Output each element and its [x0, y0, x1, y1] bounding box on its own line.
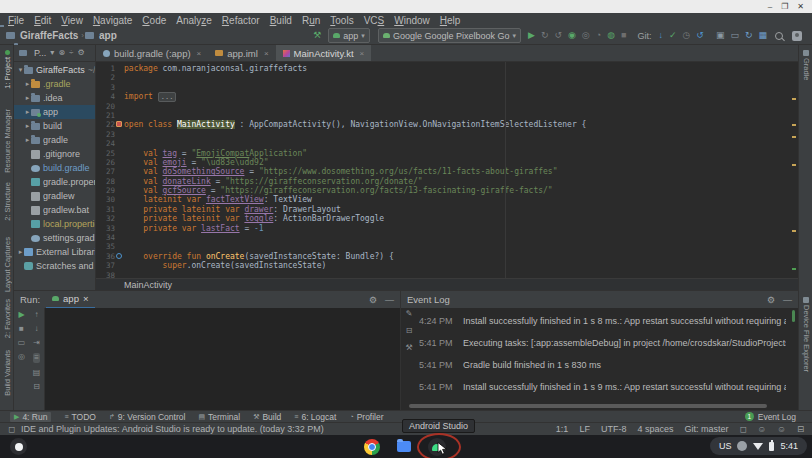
- device-manager-icon[interactable]: ▣: [716, 31, 725, 40]
- editor-breadcrumbs[interactable]: MainActivity: [96, 278, 798, 290]
- close-tab-icon[interactable]: ×: [83, 293, 89, 304]
- event-log-toggle[interactable]: 1 Event Log: [745, 412, 796, 422]
- run-config-select[interactable]: app ▾: [328, 28, 370, 43]
- tree-item-gradle-properties[interactable]: gradle.properties: [14, 175, 95, 189]
- search-icon[interactable]: [775, 32, 783, 40]
- breadcrumb-class[interactable]: MainActivity: [124, 280, 172, 290]
- breadcrumb-project[interactable]: GiraffeFacts: [20, 30, 78, 41]
- status-message[interactable]: IDE and Plugin Updates: Android Studio i…: [21, 424, 324, 434]
- commit-icon[interactable]: ✓: [669, 31, 677, 40]
- toolwindow-tab-build[interactable]: ⚒Build: [253, 412, 281, 422]
- close-tab-icon[interactable]: ×: [197, 49, 202, 58]
- stop-icon[interactable]: ■: [621, 31, 626, 40]
- tree-arrow-icon[interactable]: ▸: [24, 94, 31, 102]
- error-stripe-mark[interactable]: [792, 98, 796, 100]
- profile-app-icon[interactable]: ◍: [607, 31, 615, 40]
- tree-arrow-icon[interactable]: ▸: [24, 136, 31, 144]
- print-icon[interactable]: ▤: [33, 369, 41, 377]
- tab-build-gradle-app-[interactable]: build.gradle (:app)×: [96, 45, 208, 61]
- hide-panel-icon[interactable]: —: [783, 295, 792, 305]
- write-lock-icon[interactable]: ◻: [739, 424, 746, 434]
- minimize-icon[interactable]: –: [768, 3, 772, 11]
- tree-item-settings-gradle[interactable]: settings.gradle: [14, 231, 95, 245]
- tree-item-local-properties[interactable]: local.properties: [14, 217, 95, 231]
- event-log-body[interactable]: ✎⊟⚒ 4:24 PMInstall successfully finished…: [401, 308, 798, 410]
- close-tab-icon[interactable]: ×: [360, 49, 365, 58]
- menu-refactor[interactable]: Refactor: [217, 15, 265, 26]
- settings-edit-icon[interactable]: ✎: [406, 310, 413, 318]
- override-gutter-icon[interactable]: [116, 253, 122, 259]
- menu-help[interactable]: Help: [435, 15, 466, 26]
- tool-favorites[interactable]: 2: Favorites: [0, 299, 14, 338]
- toolwindow-tab-9-version-control[interactable]: ↱9: Version Control: [109, 412, 185, 422]
- status-segment-4[interactable]: Git: master: [684, 424, 728, 434]
- tool-build-variants[interactable]: Build Variants: [0, 350, 14, 396]
- error-stripe-mark[interactable]: [792, 268, 796, 270]
- code-editor[interactable]: 1234202122232425262728293031323334353637…: [96, 62, 798, 278]
- status-segment-2[interactable]: UTF-8: [601, 424, 627, 434]
- tool-gradle[interactable]: Gradle: [799, 50, 812, 81]
- panel-settings-icon[interactable]: ⚙: [767, 295, 775, 305]
- menu-edit[interactable]: Edit: [29, 15, 56, 26]
- feedback-smiley-icon[interactable]: ☺: [758, 424, 767, 434]
- tree-item-gradle[interactable]: ▸gradle: [14, 133, 95, 147]
- profile-avatar-icon[interactable]: [792, 31, 802, 41]
- toolwindow-tab-todo[interactable]: ≡TODO: [64, 412, 96, 422]
- menu-navigate[interactable]: Navigate: [88, 15, 137, 26]
- tree-arrow-icon[interactable]: ▸: [24, 80, 31, 88]
- tree-item--gradle[interactable]: ▸.gradle: [14, 77, 95, 91]
- toolwindow-tab-6-logcat[interactable]: ≡6: Logcat: [294, 412, 336, 422]
- maximize-icon[interactable]: ❐: [781, 3, 788, 11]
- tree-item--gitignore[interactable]: .gitignore: [14, 147, 95, 161]
- profiler-gauge-icon[interactable]: ◔: [596, 31, 601, 40]
- error-stripe-mark[interactable]: [792, 124, 796, 126]
- tree-item-gradlew-bat[interactable]: gradlew.bat: [14, 203, 95, 217]
- project-view-selector[interactable]: P...: [34, 48, 46, 58]
- close-icon[interactable]: ✕: [797, 3, 804, 11]
- debug-icon[interactable]: ◉: [568, 31, 576, 40]
- tree-item-scratches-and-consoles[interactable]: Scratches and Consoles: [14, 259, 95, 273]
- breadcrumb-module[interactable]: app: [99, 30, 117, 41]
- tool-structure[interactable]: 2: Structure: [0, 182, 14, 221]
- run-console[interactable]: ▶■▭◎ ↑↓⇥≡▤⊟: [14, 308, 400, 410]
- menu-run[interactable]: Run: [297, 15, 325, 26]
- error-stripe-mark[interactable]: [792, 164, 796, 166]
- class-gutter-icon[interactable]: [116, 121, 122, 127]
- menu-view[interactable]: View: [56, 15, 88, 26]
- horizontal-scrollbar[interactable]: [409, 404, 767, 408]
- tool-resource-manager[interactable]: Resource Manager: [0, 109, 14, 173]
- tree-item-app[interactable]: ▸app: [14, 105, 95, 119]
- build-hammer-icon[interactable]: ⚒: [313, 31, 321, 40]
- status-segment-1[interactable]: LF: [579, 424, 590, 434]
- rollback-icon[interactable]: ↺: [696, 31, 704, 40]
- update-project-icon[interactable]: ↓: [658, 31, 663, 40]
- menu-code[interactable]: Code: [137, 15, 171, 26]
- panel-settings-icon[interactable]: ⚙: [369, 295, 377, 305]
- run-icon[interactable]: ▶: [528, 31, 535, 40]
- menu-tools[interactable]: Tools: [325, 15, 358, 26]
- menu-analyze[interactable]: Analyze: [171, 15, 217, 26]
- attach-debugger-icon[interactable]: ◎: [582, 31, 590, 40]
- filter-icon[interactable]: ⚒: [405, 344, 412, 352]
- run-tab-app[interactable]: app ×: [46, 291, 94, 309]
- sync-gradle-icon[interactable]: ↻: [745, 31, 753, 40]
- tab-app-iml[interactable]: app.iml×: [208, 45, 275, 61]
- error-stripe-mark[interactable]: [792, 230, 796, 232]
- tree-item-build-gradle[interactable]: build.gradle: [14, 161, 95, 175]
- menu-build[interactable]: Build: [265, 15, 297, 26]
- device-select[interactable]: Google Google Pixelbook Go ▾: [378, 28, 521, 43]
- menu-window[interactable]: Window: [389, 15, 435, 26]
- error-stripe-mark[interactable]: [792, 136, 796, 138]
- pin-tab-icon[interactable]: ◎: [18, 353, 25, 361]
- tree-item-build[interactable]: ▸build: [14, 119, 95, 133]
- files-icon[interactable]: [397, 441, 411, 452]
- sdk-manager-icon[interactable]: ▦: [758, 31, 767, 40]
- status-segment-0[interactable]: 1:1: [556, 424, 569, 434]
- soft-wrap-icon[interactable]: ≡: [33, 353, 40, 363]
- event-log-entry[interactable]: 5:41 PMInstall successfully finished in …: [419, 382, 786, 392]
- tree-arrow-icon[interactable]: ▸: [24, 108, 31, 116]
- up-stack-icon[interactable]: ↑: [35, 311, 39, 319]
- chrome-icon[interactable]: [364, 439, 380, 455]
- tab-mainactivity-kt[interactable]: MainActivity.kt×: [276, 45, 372, 61]
- clear-icon[interactable]: ⊟: [33, 383, 40, 391]
